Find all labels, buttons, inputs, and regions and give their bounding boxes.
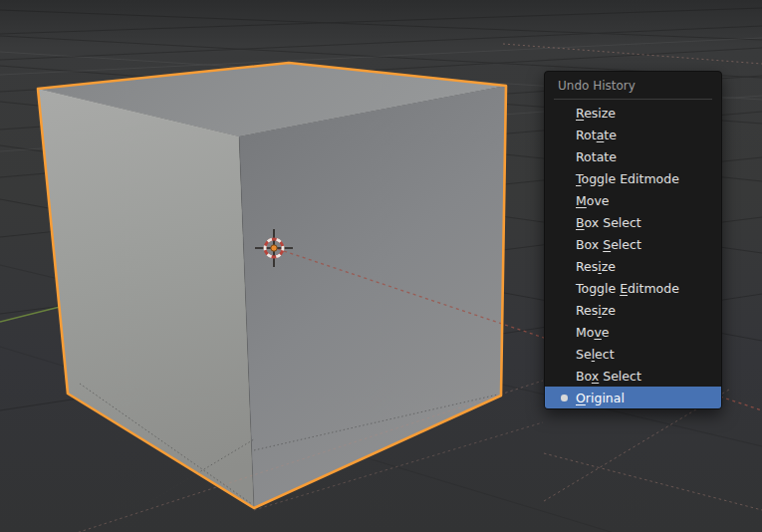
menu-item-original-13[interactable]: Original [545,387,721,408]
menu-item-label: Select [576,347,615,362]
radio-dot-empty [558,129,571,141]
radio-dot-empty [558,282,571,295]
cube-right-face[interactable] [239,86,506,508]
menu-item-label: Rotate [576,149,617,164]
menu-item-label: Move [576,325,610,340]
radio-dot-empty [558,194,571,207]
radio-dot-empty [558,150,571,163]
menu-item-move-4[interactable]: Move [545,189,721,211]
radio-dot-empty [558,348,571,361]
menu-item-label: Toggle Editmode [576,281,679,296]
undo-history-items: ResizeRotateRotateToggle EditmodeMoveBox… [545,102,721,408]
blender-viewport[interactable]: Undo History ResizeRotateRotateToggle Ed… [0,0,762,532]
radio-dot-empty [558,370,571,383]
menu-separator [554,99,712,100]
menu-item-box-select-6[interactable]: Box Select [545,233,721,255]
cube-left-face[interactable] [38,89,254,508]
undo-history-title: Undo History [545,72,721,99]
menu-item-resize-9[interactable]: Resize [545,299,721,321]
radio-dot-icon [558,392,571,404]
radio-dot-empty [558,326,571,339]
object-origin-dot [271,245,277,251]
radio-dot-empty [558,107,571,120]
menu-item-select-11[interactable]: Select [545,343,721,365]
menu-item-label: Box Select [576,369,641,384]
menu-item-label: Box Select [576,215,641,230]
menu-item-box-select-12[interactable]: Box Select [545,365,721,387]
menu-item-move-10[interactable]: Move [545,321,721,343]
radio-dot-empty [558,238,571,251]
menu-item-label: Toggle Editmode [576,171,679,186]
menu-item-toggle-editmode-3[interactable]: Toggle Editmode [545,167,721,189]
menu-item-resize-0[interactable]: Resize [545,102,721,124]
menu-item-resize-7[interactable]: Resize [545,255,721,277]
menu-item-label: Resize [576,303,616,318]
menu-item-rotate-1[interactable]: Rotate [545,124,721,145]
menu-item-box-select-5[interactable]: Box Select [545,211,721,233]
menu-item-label: Original [576,391,625,405]
menu-item-rotate-2[interactable]: Rotate [545,145,721,167]
menu-item-label: Rotate [576,128,617,142]
menu-item-label: Resize [576,106,616,121]
cube-object[interactable] [38,63,506,508]
radio-dot-empty [558,216,571,229]
menu-item-label: Box Select [576,237,641,252]
radio-dot-empty [558,304,571,317]
menu-item-label: Resize [576,259,616,274]
menu-item-toggle-editmode-8[interactable]: Toggle Editmode [545,277,721,299]
radio-dot-empty [558,260,571,273]
undo-history-menu: Undo History ResizeRotateRotateToggle Ed… [544,71,722,409]
radio-dot-empty [558,172,571,185]
menu-item-label: Move [576,193,610,208]
